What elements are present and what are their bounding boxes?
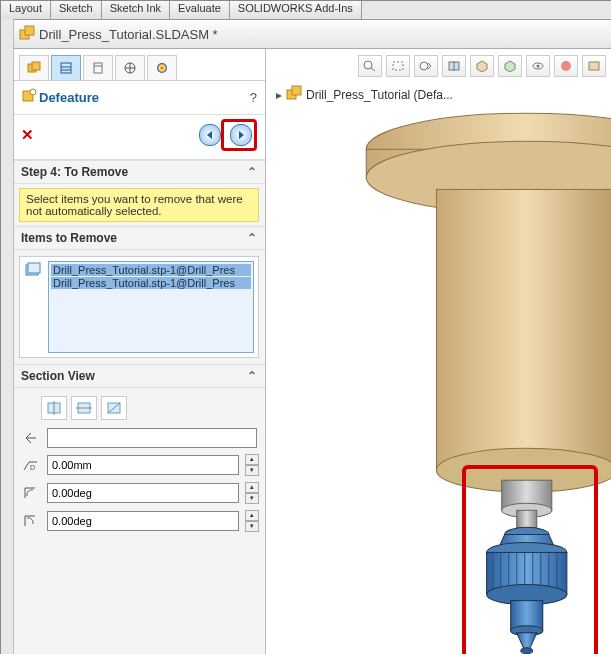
offset-distance-icon: D [21,456,41,474]
command-manager-tabs: Layout Sketch Sketch Ink Evaluate SOLIDW… [1,1,611,20]
property-manager-panel: Defeature ? ✕ Step 4: To Remove ⌃ Select… [13,49,266,654]
svg-rect-1 [25,26,34,35]
svg-point-32 [561,61,571,71]
graphics-viewport[interactable]: ▸ Drill_Press_Tutorial (Defa... [266,49,611,654]
display-style-icon[interactable] [498,55,522,77]
collapse-icon: ⌃ [247,231,257,245]
section-view-icon[interactable] [442,55,466,77]
panel-tab-property-manager[interactable] [51,55,81,80]
chuck-highlight [462,465,598,654]
svg-point-14 [30,89,36,95]
tree-root-label[interactable]: Drill_Press_Tutorial (Defa... [306,88,453,102]
zoom-area-icon[interactable] [386,55,410,77]
svg-rect-16 [28,263,40,273]
back-button[interactable] [199,124,221,146]
svg-line-25 [371,68,375,71]
panel-tab-feature-tree[interactable] [19,55,49,80]
svg-rect-4 [61,63,71,73]
collapse-icon: ⌃ [247,369,257,383]
section-plane1-button[interactable] [41,396,67,420]
reverse-icon[interactable] [21,429,41,447]
svg-point-27 [420,62,428,70]
body-icon [24,261,42,282]
svg-rect-26 [393,62,403,70]
offset-input[interactable] [47,455,239,475]
x-rotation-icon [21,484,41,502]
assembly-icon [19,25,35,44]
list-item[interactable]: Drill_Press_Tutorial.stp-1@Drill_Pres [51,264,251,276]
step4-header[interactable]: Step 4: To Remove ⌃ [13,160,265,184]
step4-label: Step 4: To Remove [21,165,128,179]
y-rotation-spinner[interactable]: ▴▾ [245,510,257,532]
help-icon[interactable]: ? [250,90,257,105]
defeature-icon [21,87,39,108]
svg-point-36 [366,113,611,185]
svg-point-12 [157,63,167,73]
items-selection-box[interactable]: Drill_Press_Tutorial.stp-1@Drill_Pres Dr… [48,261,254,353]
svg-rect-39 [436,189,611,470]
assembly-icon [286,85,302,104]
panel-tab-strip [13,49,265,81]
section-reference-input[interactable] [47,428,257,448]
tab-sketch-ink[interactable]: Sketch Ink [102,1,170,19]
x-rotation-spinner[interactable]: ▴▾ [245,482,257,504]
svg-text:D: D [30,464,35,471]
section-view-label: Section View [21,369,95,383]
offset-spinner[interactable]: ▴▾ [245,454,257,476]
tab-layout[interactable]: Layout [1,1,51,19]
section-view-header[interactable]: Section View ⌃ [13,364,265,388]
expand-icon[interactable]: ▸ [276,88,282,102]
panel-tab-appearance[interactable] [147,55,177,80]
panel-tab-config[interactable] [83,55,113,80]
section-plane3-button[interactable] [101,396,127,420]
svg-point-31 [537,65,540,68]
scene-icon[interactable] [582,55,606,77]
svg-rect-33 [589,62,599,70]
x-rotation-input[interactable] [47,483,239,503]
svg-rect-7 [94,63,102,73]
document-title: Drill_Press_Tutorial.SLDASM * [39,27,218,42]
flyout-tree: ▸ Drill_Press_Tutorial (Defa... [276,85,453,104]
document-bar: Drill_Press_Tutorial.SLDASM * [13,20,611,49]
next-button-highlight [221,119,257,151]
y-rotation-input[interactable] [47,511,239,531]
svg-point-38 [366,141,611,213]
pm-controls: ✕ [13,115,265,160]
left-rail [1,19,14,654]
collapse-icon: ⌃ [247,165,257,179]
hide-show-icon[interactable] [526,55,550,77]
step4-hint: Select items you want to remove that wer… [19,188,259,222]
items-header[interactable]: Items to Remove ⌃ [13,226,265,250]
svg-rect-37 [366,149,611,177]
tab-evaluate[interactable]: Evaluate [170,1,230,19]
section-plane2-button[interactable] [71,396,97,420]
svg-rect-3 [32,62,40,70]
view-orientation-icon[interactable] [470,55,494,77]
section-view-body: D ▴▾ ▴▾ ▴▾ [13,388,265,542]
next-button[interactable] [230,124,252,146]
y-rotation-icon [21,512,41,530]
zoom-fit-icon[interactable] [358,55,382,77]
list-item[interactable]: Drill_Press_Tutorial.stp-1@Drill_Pres [51,277,251,289]
prev-view-icon[interactable] [414,55,438,77]
svg-point-24 [364,61,372,69]
pm-title: Defeature [39,90,250,105]
cancel-button[interactable]: ✕ [21,126,34,144]
appearance-icon[interactable] [554,55,578,77]
items-list: Drill_Press_Tutorial.stp-1@Drill_Pres Dr… [19,256,259,358]
tab-sketch[interactable]: Sketch [51,1,102,19]
panel-tab-dimxpert[interactable] [115,55,145,80]
heads-up-toolbar [358,55,606,77]
items-label: Items to Remove [21,231,117,245]
pm-header: Defeature ? [13,81,265,115]
tab-addins[interactable]: SOLIDWORKS Add-Ins [230,1,362,19]
svg-rect-35 [292,86,301,95]
